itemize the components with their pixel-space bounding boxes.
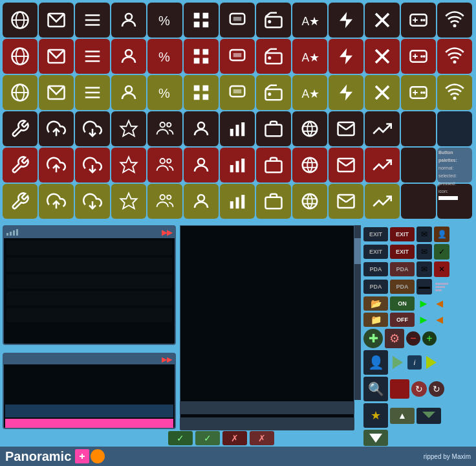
- icon-briefcase-red[interactable]: [256, 148, 291, 183]
- icon-radio-red[interactable]: [256, 39, 291, 74]
- icon-ds-olive[interactable]: [220, 75, 255, 110]
- nav-arrow-btn[interactable]: [363, 430, 388, 446]
- icon-x-dark[interactable]: [365, 3, 400, 38]
- icon-person-red[interactable]: [184, 148, 219, 183]
- icon-wrench-red[interactable]: [3, 148, 38, 183]
- icon-group-dark[interactable]: [147, 111, 182, 146]
- scrollbar[interactable]: [354, 225, 361, 400]
- pda-btn-3[interactable]: PDA: [363, 280, 388, 294]
- check-icon-btn[interactable]: ✓: [434, 244, 449, 260]
- folder-btn-closed[interactable]: 📁: [363, 313, 388, 327]
- icon-star-a-red[interactable]: A★: [292, 39, 327, 74]
- icon-percent-red[interactable]: %: [147, 39, 182, 74]
- icon-briefcase-dark[interactable]: [256, 111, 291, 146]
- icon-star-a-olive[interactable]: A★: [292, 75, 327, 110]
- icon-upload-dark[interactable]: [39, 111, 74, 146]
- check-btn-2[interactable]: ✓: [195, 431, 220, 445]
- icon-ds2-dark[interactable]: [401, 3, 436, 38]
- icon-trend-olive[interactable]: [365, 184, 400, 219]
- exit-btn-4[interactable]: EXIT: [390, 245, 415, 259]
- icon-star-olive[interactable]: [111, 184, 146, 219]
- arrow-left-2[interactable]: ◄: [433, 313, 447, 327]
- icon-trend-red[interactable]: [365, 148, 400, 183]
- icon-globe-dark[interactable]: [3, 3, 38, 38]
- icon-globe-red[interactable]: [3, 39, 38, 74]
- icon-barchart-olive[interactable]: [220, 184, 255, 219]
- search-large-btn[interactable]: 🔍: [363, 377, 388, 401]
- add-cross-btn[interactable]: ✚: [363, 329, 383, 348]
- icon-lightning-dark[interactable]: [329, 3, 363, 38]
- icon-user-dark[interactable]: [111, 3, 146, 38]
- icon-ds-red[interactable]: [220, 39, 255, 74]
- icon-barchart-dark[interactable]: [220, 111, 255, 146]
- arrow-right-2[interactable]: ►: [416, 313, 431, 327]
- icon-wrench-dark[interactable]: [3, 111, 38, 146]
- icon-mail-dark[interactable]: [329, 111, 363, 146]
- check-btn-4[interactable]: ✗: [250, 431, 274, 445]
- icon-upload-olive[interactable]: [39, 184, 74, 219]
- exit-btn-2[interactable]: EXIT: [390, 227, 415, 241]
- check-btn-3[interactable]: ✗: [222, 431, 247, 445]
- icon-trend-dark[interactable]: [365, 111, 400, 146]
- icon-wrench-olive[interactable]: [3, 184, 38, 219]
- arrow-left-1[interactable]: ◄: [433, 297, 447, 311]
- icon-mail-red[interactable]: [329, 148, 363, 183]
- icon-x-olive[interactable]: [365, 75, 400, 110]
- icon-wifi-olive[interactable]: [437, 75, 472, 110]
- play-triangle-2-btn[interactable]: [426, 356, 437, 369]
- settings-icon-btn[interactable]: ⚙: [385, 329, 404, 348]
- scrollbar-thumb[interactable]: [354, 238, 361, 264]
- icon-globe2-dark[interactable]: [292, 111, 327, 146]
- icon-list-olive[interactable]: [75, 75, 110, 110]
- mail-icon-btn-1[interactable]: ✉: [416, 227, 432, 242]
- icon-wifi-dark[interactable]: [437, 3, 472, 38]
- icon-envelope-red[interactable]: [39, 39, 74, 74]
- check-btn-1[interactable]: ✓: [168, 431, 193, 445]
- icon-star-dark[interactable]: [111, 111, 146, 146]
- refresh-btn-2[interactable]: ↻: [429, 381, 444, 397]
- nav-down-btn[interactable]: [416, 408, 441, 424]
- nav-up-btn[interactable]: ▲: [390, 408, 415, 424]
- icon-percent-dark[interactable]: %: [147, 3, 182, 38]
- ds-icon-btn[interactable]: ▬▬: [416, 279, 432, 294]
- icon-envelope-olive[interactable]: [39, 75, 74, 110]
- arrow-right-1[interactable]: ►: [416, 297, 431, 311]
- person-large-btn[interactable]: 👤: [363, 350, 388, 375]
- refresh-btn-1[interactable]: ↻: [411, 381, 427, 397]
- icon-radio-olive[interactable]: [256, 75, 291, 110]
- folder-btn-open[interactable]: 📂: [363, 296, 388, 311]
- icon-lightning-olive[interactable]: [329, 75, 363, 110]
- star-large-btn[interactable]: ★: [363, 403, 388, 428]
- icon-ds2-olive[interactable]: [401, 75, 436, 110]
- person-icon-btn-1[interactable]: 👤: [434, 227, 449, 242]
- icon-envelope-dark[interactable]: [39, 3, 74, 38]
- icon-person-dark[interactable]: [184, 111, 219, 146]
- icon-grid-olive[interactable]: [184, 75, 219, 110]
- off-btn[interactable]: OFF: [390, 313, 415, 327]
- icon-globe2-olive[interactable]: [292, 184, 327, 219]
- icon-globe2-red[interactable]: [292, 148, 327, 183]
- exit-btn-1[interactable]: EXIT: [363, 227, 388, 241]
- exit-btn-3[interactable]: EXIT: [363, 245, 388, 259]
- icon-x-red[interactable]: [365, 39, 400, 74]
- minus-circle-btn[interactable]: −: [406, 331, 420, 346]
- icon-user-red[interactable]: [111, 39, 146, 74]
- icon-star-red[interactable]: [111, 148, 146, 183]
- icon-grid-dark[interactable]: [184, 3, 219, 38]
- icon-list-red[interactable]: [75, 39, 110, 74]
- info-btn[interactable]: i: [407, 355, 422, 370]
- icon-ds-dark[interactable]: [220, 3, 255, 38]
- plus-circle-btn[interactable]: +: [422, 331, 437, 346]
- icon-list-dark[interactable]: [75, 3, 110, 38]
- icon-ds2-red[interactable]: [401, 39, 436, 74]
- icon-mail-olive[interactable]: [329, 184, 363, 219]
- icon-group-red[interactable]: [147, 148, 182, 183]
- icon-download-olive[interactable]: [75, 184, 110, 219]
- pda-btn-2[interactable]: PDA: [390, 262, 415, 276]
- icon-download-dark[interactable]: [75, 111, 110, 146]
- icon-star-a-dark[interactable]: A★: [292, 3, 327, 38]
- small-panel-close[interactable]: ▶▶: [162, 355, 172, 364]
- icon-person-olive[interactable]: [184, 184, 219, 219]
- play-triangle-btn[interactable]: [393, 356, 403, 369]
- panel-close-btn[interactable]: ▶▶: [162, 228, 172, 237]
